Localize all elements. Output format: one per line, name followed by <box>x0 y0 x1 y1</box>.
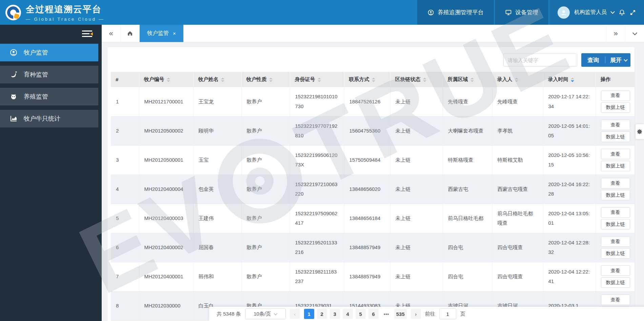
goto-page-input[interactable] <box>439 308 456 319</box>
table-cell: 包金英 <box>193 175 241 204</box>
sidebar-item-breeding-supervision[interactable]: 育种监管 <box>0 66 98 83</box>
tab-scroll-left-button[interactable]: « <box>102 25 121 42</box>
page-button-5[interactable]: 5 <box>356 309 366 319</box>
sidebar-item-label: 养殖监管 <box>24 93 48 101</box>
nav-item-device-management[interactable]: 设备管理 <box>495 0 548 25</box>
next-page-button[interactable]: › <box>411 309 421 319</box>
avatar[interactable] <box>558 6 570 19</box>
table-cell: 散养户 <box>241 233 290 262</box>
chevron-down-icon[interactable] <box>610 9 615 14</box>
view-button[interactable]: 查看 <box>601 120 630 130</box>
view-button[interactable]: 查看 <box>601 265 630 276</box>
page-size-select[interactable]: 10条/页 <box>245 308 286 319</box>
column-header-ops: 操作 <box>596 72 635 87</box>
page-button-4[interactable]: 4 <box>343 309 353 319</box>
table-cell: 152322198101010730 <box>290 87 344 116</box>
table-cell: 王建伟 <box>193 204 241 233</box>
nav-item-trace-platform[interactable]: 养殖追溯管理平台 <box>417 0 494 25</box>
sidebar-item-farming-supervision[interactable]: 养殖监管 <box>0 88 98 105</box>
tab-menu-button[interactable] <box>625 25 644 42</box>
table-cell: 未上链 <box>390 204 443 233</box>
sort-carets-icon[interactable] <box>423 78 426 82</box>
table-cell: 4 <box>111 175 139 204</box>
view-button[interactable]: 查看 <box>601 295 630 305</box>
chain-upload-button[interactable]: 数据上链 <box>601 190 630 200</box>
view-button[interactable]: 查看 <box>601 178 630 188</box>
sort-carets-icon[interactable] <box>372 78 375 82</box>
table-cell: 四合屯 <box>443 233 492 262</box>
pagination-bar: 共 5348 条 10条/页 ‹ 123456•••535 › 前往 页 <box>209 307 644 321</box>
table-cell: 未上链 <box>390 116 443 145</box>
table-cell: 屈国春 <box>193 233 241 262</box>
chain-upload-button[interactable]: 数据上链 <box>601 102 630 113</box>
table-cell: 3 <box>111 145 139 175</box>
fullscreen-icon[interactable] <box>630 9 636 16</box>
tab-close-icon[interactable]: × <box>173 31 176 36</box>
sidebar-item-label: 牧户牛只统计 <box>24 115 60 123</box>
view-button[interactable]: 查看 <box>601 91 630 101</box>
tab-herder-supervision[interactable]: 牧户监管 × <box>140 25 183 42</box>
tab-scroll-right-button[interactable]: » <box>606 25 625 42</box>
page-button-6[interactable]: 6 <box>368 309 379 319</box>
table-cell: 13848857949 <box>344 233 390 262</box>
column-header-entry-time[interactable]: 录入时间 <box>543 72 596 87</box>
row-actions: 查看数据上链 <box>596 116 635 145</box>
chain-upload-button[interactable]: 数据上链 <box>601 219 630 229</box>
column-header-name[interactable]: 牧户姓名 <box>193 72 241 87</box>
column-header-code[interactable]: 牧户编号 <box>139 72 193 87</box>
tab-label: 牧户监管 <box>147 30 169 37</box>
table-cell: 未上链 <box>390 262 443 291</box>
query-button[interactable]: 查询 <box>581 56 605 64</box>
table-cell: 特斯根艾勒 <box>492 145 543 175</box>
table-cell: 散养户 <box>241 116 290 145</box>
column-header-type[interactable]: 牧户性质 <box>241 72 290 87</box>
page-button-3[interactable]: 3 <box>330 309 340 319</box>
column-header-chain-status[interactable]: 区块链状态 <box>390 72 443 87</box>
sidebar-item-herder-supervision[interactable]: 牧户监管 <box>0 44 98 61</box>
column-header-phone[interactable]: 联系方式 <box>344 72 390 87</box>
chain-upload-button[interactable]: 数据上链 <box>601 132 630 142</box>
user-area: 机构监管人员 <box>549 0 644 25</box>
chevron-down-icon <box>624 58 627 61</box>
sort-carets-icon[interactable] <box>269 78 273 82</box>
prev-page-button[interactable]: ‹ <box>290 309 300 319</box>
sort-carets-icon[interactable] <box>571 78 574 82</box>
table-cell: 特斯格嘎查 <box>443 145 492 175</box>
table-cell: 6 <box>111 233 139 262</box>
page-button-535[interactable]: 535 <box>394 309 407 319</box>
table-settings-button[interactable] <box>635 124 644 139</box>
sort-carets-icon[interactable] <box>470 78 474 82</box>
chain-upload-button[interactable]: 数据上链 <box>601 248 630 259</box>
table-cell: 152322197509062417 <box>290 204 344 233</box>
chain-upload-button[interactable]: 数据上链 <box>601 277 630 288</box>
sidebar-item-herder-cattle-stats[interactable]: 牧户牛只统计 <box>0 110 98 127</box>
column-header-recorder[interactable]: 录入人 <box>492 72 543 87</box>
view-button[interactable]: 查看 <box>601 236 630 247</box>
keyword-search-input[interactable] <box>503 54 577 66</box>
table-cell: 2020-12-04 12:28:32 <box>543 233 596 262</box>
table-cell: 8 <box>111 291 139 320</box>
sidebar-item-label: 育种监管 <box>24 71 48 79</box>
page-button-2[interactable]: 2 <box>317 309 327 319</box>
sort-carets-icon[interactable] <box>515 78 518 82</box>
table-cell: 152322197210063220 <box>290 175 344 204</box>
sort-carets-icon[interactable] <box>318 78 321 82</box>
expand-button[interactable]: 展开 <box>605 56 630 64</box>
sort-carets-icon[interactable] <box>221 78 224 82</box>
bell-icon[interactable] <box>619 9 625 16</box>
home-tab-button[interactable] <box>121 25 140 42</box>
chain-upload-button[interactable]: 数据上链 <box>601 161 630 171</box>
sidebar-collapse-button[interactable] <box>82 31 92 37</box>
table-cell: 韩伟和 <box>193 262 241 291</box>
sort-carets-icon[interactable] <box>167 78 170 82</box>
column-header-id-card[interactable]: 身份证号 <box>290 72 344 87</box>
user-icon <box>9 48 18 57</box>
table-cell: 15750509484 <box>344 145 390 175</box>
view-button[interactable]: 查看 <box>601 207 630 218</box>
page-button-1[interactable]: 1 <box>304 309 314 319</box>
view-button[interactable]: 查看 <box>601 149 630 159</box>
user-name[interactable]: 机构监管人员 <box>574 9 607 16</box>
table-cell: 152322197707192810 <box>290 116 344 145</box>
column-header-region[interactable]: 所属区域 <box>443 72 492 87</box>
table-cell: 7 <box>111 262 139 291</box>
